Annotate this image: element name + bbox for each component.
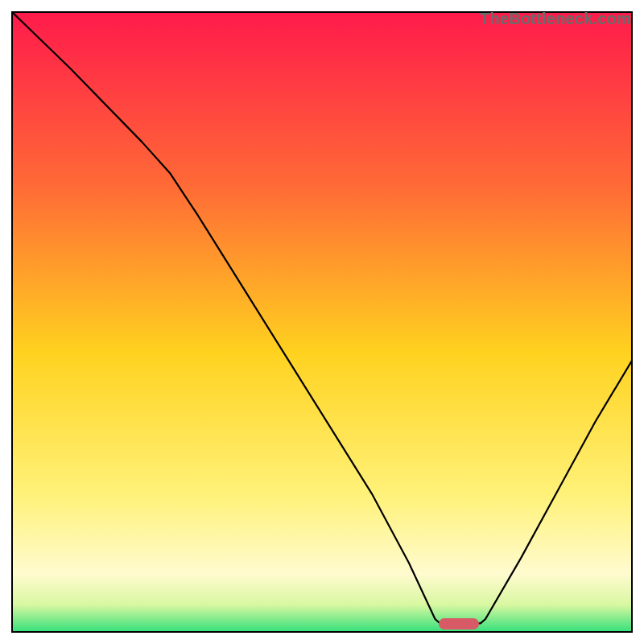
optimal-marker (439, 618, 479, 630)
chart-frame: TheBottleneck.com (11, 11, 633, 633)
heat-gradient (11, 11, 633, 633)
gradient-rect (11, 11, 633, 633)
watermark-text: TheBottleneck.com (480, 10, 631, 28)
